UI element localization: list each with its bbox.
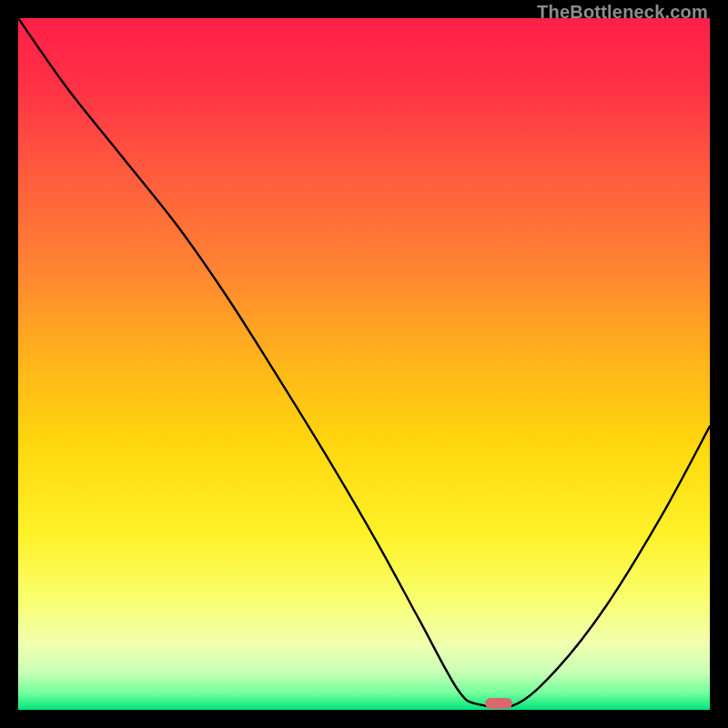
chart-frame: TheBottleneck.com [0,0,728,728]
plot-area [18,18,710,710]
watermark-label: TheBottleneck.com [537,2,708,23]
bottleneck-curve [18,18,710,710]
optimal-marker [485,698,512,709]
